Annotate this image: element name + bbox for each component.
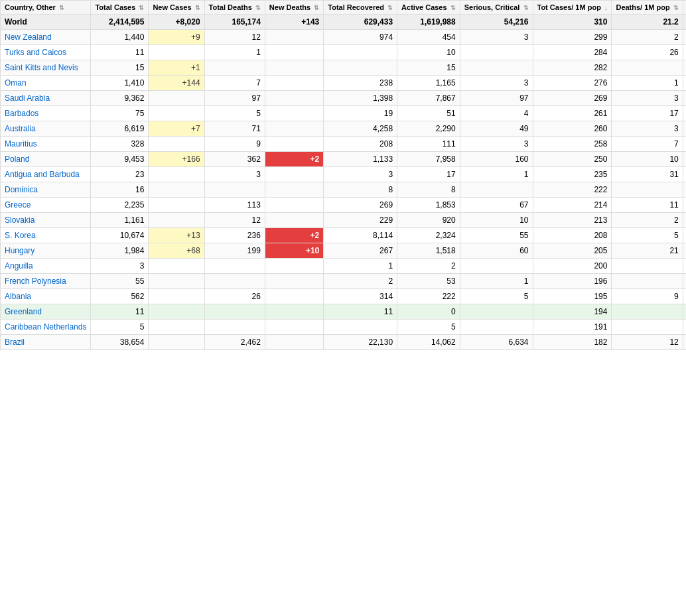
row-new-deaths — [265, 304, 323, 320]
row-total-cases: 328 — [91, 137, 149, 152]
row-country[interactable]: Slovakia — [1, 213, 91, 228]
row-new-cases — [149, 167, 204, 182]
header-tot-per-m[interactable]: Tot Cases/ 1M pop ↓ — [533, 1, 612, 15]
header-deaths-per-m[interactable]: Deaths/ 1M pop ⇅ — [612, 1, 683, 15]
row-country[interactable]: Caribbean Netherlands — [1, 320, 91, 335]
row-country[interactable]: Australia — [1, 121, 91, 137]
header-new-cases[interactable]: New Cases ⇅ — [149, 1, 204, 15]
row-country[interactable]: Albania — [1, 289, 91, 304]
row-country[interactable]: Brazil — [1, 335, 91, 350]
sort-icon-total-deaths: ⇅ — [255, 5, 261, 11]
table-row: Dominica16882223454,793 — [1, 182, 687, 198]
covid-table-container: Country, Other ⇅ Total Cases ⇅ New Cases… — [0, 0, 686, 350]
row-tot-per-m: 196 — [533, 274, 612, 289]
row-new-deaths — [265, 45, 323, 60]
row-deaths-per-m — [612, 304, 683, 320]
row-deaths-per-m — [612, 259, 683, 274]
row-total-tests: 83 — [683, 45, 686, 60]
row-total-cases: 6,619 — [91, 121, 149, 137]
row-tot-per-m: 269 — [533, 91, 612, 106]
row-active-cases: 454 — [397, 30, 460, 45]
row-active-cases: 2,290 — [397, 121, 460, 137]
row-total-deaths — [204, 274, 265, 289]
row-new-deaths — [265, 60, 323, 76]
row-deaths-per-m: 5 — [612, 228, 683, 243]
row-total-cases: 11 — [91, 304, 149, 320]
row-country[interactable]: Greece — [1, 198, 91, 213]
row-deaths-per-m: 12 — [612, 335, 683, 350]
header-total-tests[interactable]: Total Tests ⇅ — [683, 1, 686, 15]
row-tot-per-m: 195 — [533, 289, 612, 304]
row-country[interactable]: Poland — [1, 152, 91, 167]
row-new-cases: +68 — [149, 243, 204, 259]
row-active-cases: 222 — [397, 289, 460, 304]
row-country[interactable]: Greenland — [1, 304, 91, 320]
row-new-deaths — [265, 259, 323, 274]
row-total-deaths: 71 — [204, 121, 265, 137]
row-new-cases — [149, 106, 204, 121]
sort-icon-serious: ⇅ — [523, 5, 529, 11]
header-total-recovered[interactable]: Total Recovered ⇅ — [324, 1, 397, 15]
row-tot-per-m: 235 — [533, 167, 612, 182]
table-body: World 2,414,595 +8,020 165,174 +143 629,… — [1, 15, 687, 350]
row-total-recovered: 238 — [324, 76, 397, 91]
row-tot-per-m: 214 — [533, 198, 612, 213]
row-total-deaths: 3 — [204, 167, 265, 182]
header-country[interactable]: Country, Other ⇅ — [1, 1, 91, 15]
row-total-tests: 345 — [683, 182, 686, 198]
row-total-recovered: 1,398 — [324, 91, 397, 106]
row-tot-per-m: 205 — [533, 243, 612, 259]
sort-icon-tot-per-m: ↓ — [604, 5, 608, 11]
row-total-deaths: 26 — [204, 289, 265, 304]
row-serious — [460, 45, 533, 60]
header-total-cases[interactable]: Total Cases ⇅ — [91, 1, 149, 15]
row-country[interactable]: Antigua and Barbuda — [1, 167, 91, 182]
row-country[interactable]: Saint Kitts and Nevis — [1, 60, 91, 76]
row-total-cases: 562 — [91, 289, 149, 304]
row-total-cases: 1,410 — [91, 76, 149, 91]
row-deaths-per-m: 10 — [612, 152, 683, 167]
header-serious[interactable]: Serious, Critical ⇅ — [460, 1, 533, 15]
row-total-cases: 2,235 — [91, 198, 149, 213]
row-new-cases — [149, 274, 204, 289]
row-total-cases: 38,654 — [91, 335, 149, 350]
header-new-deaths[interactable]: New Deaths ⇅ — [265, 1, 323, 15]
row-serious: 3 — [460, 30, 533, 45]
row-total-tests: 204,246 — [683, 152, 686, 167]
row-country[interactable]: Hungary — [1, 243, 91, 259]
row-country[interactable]: Anguilla — [1, 259, 91, 274]
row-deaths-per-m: 21 — [612, 243, 683, 259]
row-active-cases: 1,518 — [397, 243, 460, 259]
row-new-cases: +144 — [149, 76, 204, 91]
row-country[interactable]: Saudi Arabia — [1, 91, 91, 106]
row-country[interactable]: Dominica — [1, 182, 91, 198]
row-country[interactable]: Oman — [1, 76, 91, 91]
row-deaths-per-m — [612, 320, 683, 335]
header-active-cases[interactable]: Active Cases ⇅ — [397, 1, 460, 15]
row-tot-per-m: 208 — [533, 228, 612, 243]
table-row: Greece2,2351132691,853672141153,2905,113 — [1, 198, 687, 213]
row-country[interactable]: Mauritius — [1, 137, 91, 152]
row-tot-per-m: 222 — [533, 182, 612, 198]
row-country[interactable]: Barbados — [1, 106, 91, 121]
row-new-cases — [149, 259, 204, 274]
row-total-recovered — [324, 320, 397, 335]
row-serious: 3 — [460, 76, 533, 91]
row-country[interactable]: Turks and Caicos — [1, 45, 91, 60]
row-total-recovered: 11 — [324, 304, 397, 320]
row-total-tests: 1,035 — [683, 106, 686, 121]
row-country[interactable]: S. Korea — [1, 228, 91, 243]
row-total-recovered: 22,130 — [324, 335, 397, 350]
row-new-deaths: +2 — [265, 228, 323, 243]
header-total-deaths[interactable]: Total Deaths ⇅ — [204, 1, 265, 15]
row-total-cases: 11 — [91, 45, 149, 60]
row-new-cases — [149, 304, 204, 320]
row-new-cases — [149, 289, 204, 304]
row-country[interactable]: New Zealand — [1, 30, 91, 45]
row-total-cases: 3 — [91, 259, 149, 274]
table-row: New Zealand1,440+9129744543299286,30517,… — [1, 30, 687, 45]
row-country[interactable]: French Polynesia — [1, 274, 91, 289]
row-active-cases: 920 — [397, 213, 460, 228]
row-active-cases: 8 — [397, 182, 460, 198]
row-total-recovered — [324, 60, 397, 76]
